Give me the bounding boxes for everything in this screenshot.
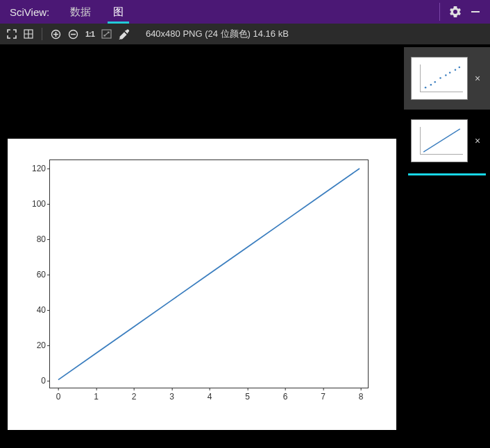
x-tick-label: 4 — [208, 392, 212, 402]
x-tick-label: 1 — [94, 392, 99, 402]
plot-viewer[interactable]: 020406080100120012345678 — [0, 44, 404, 448]
svg-point-10 — [449, 71, 451, 74]
zoom-in-icon[interactable] — [51, 29, 61, 40]
y-tick-label: 80 — [37, 234, 46, 244]
thumbnail-item[interactable]: × — [404, 110, 490, 172]
grid-icon[interactable] — [24, 29, 33, 39]
header-bar: SciView: 数据 图 — [0, 0, 490, 24]
thumbnail-preview — [411, 57, 468, 100]
image-toolbar: 1:1 640x480 PNG (24 位颜色) 14.16 kB — [0, 24, 490, 44]
svg-point-5 — [425, 87, 427, 89]
main-area: 020406080100120012345678 × — [0, 44, 490, 448]
tab-bar: 数据 图 — [59, 0, 135, 24]
y-tick-label: 100 — [32, 199, 46, 209]
close-icon[interactable]: × — [472, 135, 483, 146]
x-tick-label: 3 — [169, 392, 174, 402]
tab-data[interactable]: 数据 — [59, 0, 102, 24]
svg-point-11 — [455, 69, 457, 71]
x-tick-label: 0 — [56, 392, 61, 402]
zoom-out-icon[interactable] — [68, 29, 78, 40]
y-tick-label: 120 — [32, 164, 46, 173]
separator — [42, 28, 42, 40]
actual-size-button[interactable]: 1:1 — [85, 30, 94, 38]
separator — [439, 3, 440, 21]
svg-line-13 — [423, 129, 460, 152]
y-tick-label: 0 — [41, 376, 46, 386]
x-tick-label: 2 — [132, 392, 137, 402]
plot-line — [50, 160, 368, 388]
minimize-icon[interactable] — [471, 7, 480, 17]
plot-surface: 020406080100120012345678 — [8, 139, 396, 430]
thumbnail-item[interactable]: × — [404, 47, 490, 110]
svg-point-8 — [439, 77, 441, 79]
y-tick-label: 40 — [37, 305, 46, 315]
close-icon[interactable]: × — [472, 73, 483, 84]
svg-point-12 — [459, 67, 461, 69]
x-tick-label: 7 — [321, 392, 326, 402]
fit-extent-icon[interactable] — [7, 29, 17, 39]
x-tick-label: 8 — [359, 392, 364, 402]
thumbnail-underline — [408, 173, 486, 175]
panel-title: SciView: — [0, 6, 59, 18]
svg-point-6 — [430, 84, 432, 86]
resize-icon[interactable] — [101, 29, 112, 39]
plot-axes: 020406080100120012345678 — [49, 160, 369, 388]
gear-icon[interactable] — [450, 6, 461, 17]
y-tick-label: 60 — [37, 270, 46, 279]
thumbnail-preview — [411, 119, 468, 162]
svg-point-9 — [445, 74, 447, 76]
y-tick-label: 20 — [37, 341, 46, 350]
color-picker-icon[interactable] — [119, 29, 129, 40]
image-info-text: 640x480 PNG (24 位颜色) 14.16 kB — [146, 28, 289, 40]
header-right-controls — [439, 0, 490, 24]
x-tick-label: 5 — [245, 392, 250, 402]
x-tick-label: 6 — [283, 392, 288, 402]
tab-plots[interactable]: 图 — [102, 0, 135, 24]
svg-rect-0 — [471, 11, 480, 12]
thumbnail-sidebar: × × — [404, 44, 490, 448]
svg-point-7 — [434, 81, 436, 83]
